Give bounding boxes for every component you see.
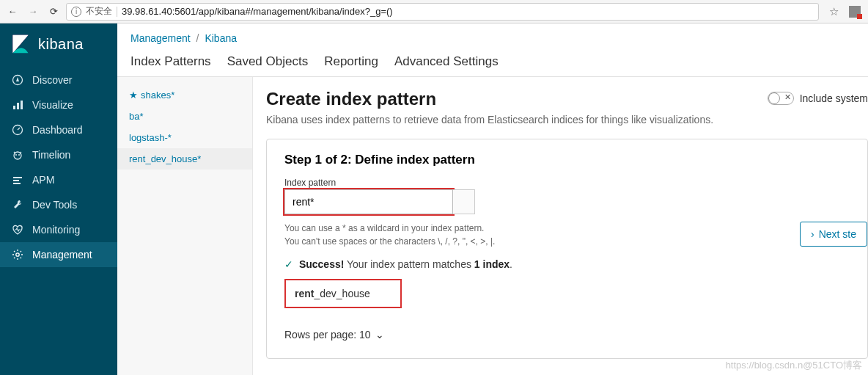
timelion-icon: [12, 149, 23, 161]
sidebar-item-label: APM: [32, 174, 54, 186]
sidebar-item-label: Dashboard: [32, 124, 83, 136]
sidebar-item-label: Monitoring: [32, 224, 80, 236]
url-text: 39.98.61.40:5601/app/kibana#/management/…: [122, 6, 393, 17]
breadcrumb-separator: /: [196, 32, 199, 44]
rows-per-page-label: Rows per page: 10: [284, 329, 371, 341]
include-system-toggle-row: ✕ Include system: [768, 92, 868, 105]
pattern-item[interactable]: ★ shakes*: [117, 84, 252, 106]
sidebar-item-label: Management: [32, 249, 92, 261]
sidebar-item-visualize[interactable]: Visualize: [0, 92, 117, 117]
pattern-label: rent_dev_house*: [129, 153, 201, 164]
success-prefix: Success!: [299, 258, 344, 270]
browser-toolbar: ← → ⟳ i 不安全 39.98.61.40:5601/app/kibana#…: [0, 0, 868, 23]
nav-back-icon[interactable]: ←: [4, 6, 21, 17]
sidebar-item-label: Visualize: [32, 99, 73, 111]
success-message: ✓ Success! Your index pattern matches 1 …: [284, 258, 850, 270]
check-icon: ✓: [284, 258, 293, 270]
field-label: Index pattern: [284, 178, 850, 188]
hint-line: You can use a * as a wildcard in your in…: [284, 222, 850, 235]
sidebar-item-label: Dev Tools: [32, 199, 77, 211]
gear-icon: [12, 249, 23, 261]
close-icon: ✕: [784, 92, 791, 102]
address-bar[interactable]: i 不安全 39.98.61.40:5601/app/kibana#/manag…: [66, 3, 819, 21]
next-step-button[interactable]: › Next ste: [800, 222, 867, 247]
star-icon: ★: [129, 90, 138, 101]
pattern-item[interactable]: ba*: [117, 106, 252, 127]
nav-forward-icon: →: [25, 6, 41, 17]
tab-index-patterns[interactable]: Index Patterns: [130, 54, 211, 76]
svg-line-8: [18, 128, 20, 130]
match-rest: _dev_house: [314, 288, 369, 299]
rows-per-page-select[interactable]: Rows per page: 10 ⌄: [284, 329, 850, 341]
sidebar-item-label: Timelion: [32, 149, 70, 161]
sidebar-item-devtools[interactable]: Dev Tools: [0, 192, 117, 217]
tab-saved-objects[interactable]: Saved Objects: [227, 54, 309, 76]
step-panel: Step 1 of 2: Define index pattern Index …: [266, 139, 868, 359]
breadcrumb: Management / Kibana: [130, 32, 855, 44]
sidebar-item-dashboard[interactable]: Dashboard: [0, 117, 117, 142]
svg-rect-14: [13, 183, 21, 184]
index-pattern-input[interactable]: [284, 189, 453, 214]
compass-icon: [12, 74, 23, 86]
svg-rect-6: [21, 101, 23, 109]
info-icon[interactable]: i: [71, 7, 81, 17]
hint-line: You can't use spaces or the characters \…: [284, 235, 850, 248]
sidebar-item-timelion[interactable]: Timelion: [0, 142, 117, 167]
match-bold: rent: [295, 288, 314, 299]
include-system-toggle[interactable]: ✕: [768, 92, 794, 105]
sidebar-item-apm[interactable]: APM: [0, 167, 117, 192]
gauge-icon: [12, 124, 23, 136]
wrench-icon: [12, 199, 23, 211]
pattern-label: ba*: [129, 111, 144, 122]
reload-icon[interactable]: ⟳: [45, 6, 62, 17]
tab-reporting[interactable]: Reporting: [324, 54, 378, 76]
svg-point-10: [15, 154, 17, 156]
sidebar-item-label: Discover: [32, 74, 72, 86]
index-pattern-list: ★ shakes* ba* logstash-* rent_dev_house*: [117, 77, 253, 375]
breadcrumb-link[interactable]: Kibana: [205, 32, 237, 44]
svg-rect-12: [13, 177, 22, 178]
input-addon: [453, 189, 475, 214]
bookmark-star-icon[interactable]: ☆: [823, 5, 845, 18]
bar-chart-icon: [12, 99, 23, 111]
success-count: 1 index: [474, 258, 510, 270]
svg-rect-13: [13, 180, 19, 181]
divider: [117, 7, 117, 17]
success-suffix: .: [510, 258, 512, 270]
tab-advanced-settings[interactable]: Advanced Settings: [394, 54, 499, 76]
svg-point-15: [16, 253, 19, 256]
chevron-down-icon: ⌄: [375, 329, 384, 341]
success-text: Your index pattern matches: [347, 258, 474, 270]
breadcrumb-link[interactable]: Management: [130, 32, 191, 44]
apm-icon: [12, 174, 23, 186]
pattern-label: shakes*: [141, 90, 174, 101]
main-panel: Create index pattern Kibana uses index p…: [253, 77, 868, 375]
next-label: Next ste: [819, 228, 856, 240]
brand-name: kibana: [38, 36, 84, 53]
sidebar-item-monitoring[interactable]: Monitoring: [0, 217, 117, 242]
tabs: Index Patterns Saved Objects Reporting A…: [130, 54, 855, 76]
pattern-item[interactable]: rent_dev_house*: [117, 148, 252, 170]
step-title: Step 1 of 2: Define index pattern: [284, 153, 850, 167]
sidebar: kibana Discover Visualize Dashboard Time…: [0, 23, 117, 375]
toggle-knob: [768, 92, 780, 104]
page-subtitle: Kibana uses index patterns to retrieve d…: [266, 114, 868, 125]
extension-icon[interactable]: [849, 6, 861, 18]
sidebar-item-management[interactable]: Management: [0, 242, 117, 267]
match-row: rent_dev_house: [284, 279, 402, 308]
pattern-item[interactable]: logstash-*: [117, 127, 252, 148]
topbar: Management / Kibana Index Patterns Saved…: [117, 23, 868, 77]
svg-rect-5: [17, 103, 19, 109]
svg-point-11: [18, 154, 20, 156]
svg-marker-3: [16, 77, 19, 81]
sidebar-item-discover[interactable]: Discover: [0, 68, 117, 92]
hint-text: You can use a * as a wildcard in your in…: [284, 222, 850, 248]
svg-rect-4: [13, 106, 15, 109]
include-system-label: Include system: [800, 92, 868, 104]
insecure-label: 不安全: [86, 5, 112, 18]
heartbeat-icon: [12, 224, 23, 236]
pattern-label: logstash-*: [129, 132, 172, 143]
kibana-logo-icon: [10, 34, 31, 54]
brand[interactable]: kibana: [0, 23, 117, 68]
chevron-right-icon: ›: [811, 228, 814, 240]
